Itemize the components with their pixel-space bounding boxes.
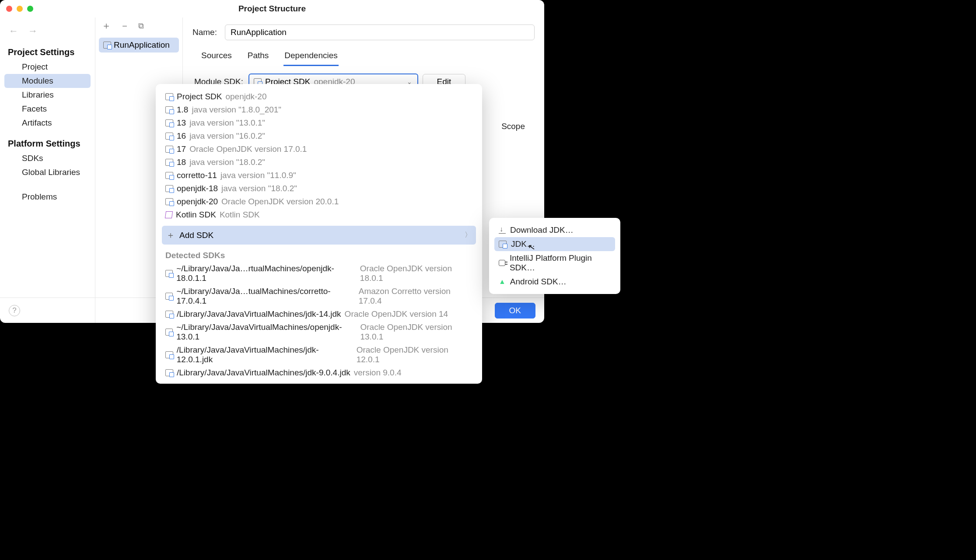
detected-sdk-path: ~/Library/Java/Ja…tualMachines/corretto-… <box>176 287 355 306</box>
ok-button[interactable]: OK <box>495 303 535 318</box>
sdk-option-detail: java version "16.0.2" <box>189 131 265 141</box>
chevron-right-icon: 〉 <box>465 231 472 240</box>
nav-arrows: ← → <box>4 25 91 44</box>
detected-sdk-option[interactable]: /Library/Java/JavaVirtualMachines/jdk-12… <box>156 343 482 366</box>
sdk-option-name: 16 <box>177 131 186 141</box>
module-name-input[interactable] <box>225 24 535 40</box>
jdk-icon <box>165 185 173 192</box>
sdk-option-name: 13 <box>177 118 186 128</box>
detected-sdk-path: /Library/Java/JavaVirtualMachines/jdk-12… <box>177 345 353 364</box>
module-list-item[interactable]: RunApplication <box>99 38 179 52</box>
submenu-item[interactable]: IntelliJ Platform Plugin SDK… <box>494 251 615 275</box>
sdk-option-name: corretto-11 <box>177 171 217 180</box>
remove-module-button[interactable]: － <box>120 21 129 31</box>
minimize-window-button[interactable] <box>17 6 23 12</box>
sdk-option-name: Project SDK <box>177 92 222 102</box>
sdk-option[interactable]: Project SDK openjdk-20 <box>156 90 482 103</box>
sdk-option-detail: java version "11.0.9" <box>220 171 296 180</box>
module-name: RunApplication <box>114 40 170 50</box>
jdk-icon <box>165 270 173 277</box>
sdk-option-detail: Oracle OpenJDK version 17.0.1 <box>189 144 307 154</box>
sdk-option-detail: Oracle OpenJDK version 20.0.1 <box>221 197 339 206</box>
sdk-option-detail: java version "18.0.2" <box>221 184 297 193</box>
sdk-dropdown-popup: Project SDK openjdk-201.8 java version "… <box>156 84 482 384</box>
add-sdk-submenu: Download JDK…JDK…IntelliJ Platform Plugi… <box>489 218 620 294</box>
tab-dependencies[interactable]: Dependencies <box>283 48 338 66</box>
submenu-item-label: JDK… <box>511 239 535 249</box>
sdk-option[interactable]: corretto-11 java version "11.0.9" <box>156 169 482 182</box>
submenu-item-label: Download JDK… <box>510 225 574 235</box>
jdk-icon <box>165 106 173 113</box>
jdk-icon <box>165 159 173 166</box>
close-window-button[interactable] <box>6 6 12 12</box>
sdk-option[interactable]: openjdk-20 Oracle OpenJDK version 20.0.1 <box>156 195 482 208</box>
detected-sdk-path: ~/Library/Java/Ja…rtualMachines/openjdk-… <box>176 264 357 283</box>
sdk-option[interactable]: 18 java version "18.0.2" <box>156 156 482 169</box>
detected-sdk-detail: Amazon Corretto version 17.0.4 <box>359 287 472 306</box>
sdk-option[interactable]: 1.8 java version "1.8.0_201" <box>156 103 482 116</box>
submenu-item-label: Android SDK… <box>510 277 567 287</box>
tab-paths[interactable]: Paths <box>247 48 270 66</box>
submenu-item[interactable]: Download JDK… <box>494 223 615 237</box>
sdk-option-name: 18 <box>177 158 186 167</box>
sidebar-item-project[interactable]: Project <box>4 60 91 74</box>
detected-sdk-detail: Oracle OpenJDK version 13.0.1 <box>360 322 472 342</box>
sdk-option[interactable]: 16 java version "16.0.2" <box>156 130 482 143</box>
sdk-option[interactable]: 13 java version "13.0.1" <box>156 116 482 130</box>
copy-module-button[interactable]: ⧉ <box>138 22 144 30</box>
submenu-item[interactable]: ▲Android SDK… <box>494 275 615 289</box>
settings-sidebar: ← → Project Settings Project Modules Lib… <box>0 18 95 323</box>
sidebar-item-facets[interactable]: Facets <box>4 102 91 116</box>
detected-sdk-option[interactable]: ~/Library/Java/Ja…tualMachines/corretto-… <box>156 285 482 308</box>
sidebar-item-problems[interactable]: Problems <box>4 190 91 204</box>
sdk-option-detail: java version "1.8.0_201" <box>192 105 281 115</box>
plugin-icon <box>499 260 505 266</box>
module-tabs: Sources Paths Dependencies <box>200 48 535 66</box>
jdk-icon <box>165 146 173 153</box>
nav-back-button[interactable]: ← <box>9 25 18 37</box>
window-title: Project Structure <box>238 4 306 14</box>
sdk-option-detail: java version "13.0.1" <box>189 118 265 128</box>
jdk-icon <box>165 133 173 140</box>
detected-sdk-option[interactable]: /Library/Java/JavaVirtualMachines/jdk-14… <box>156 308 482 321</box>
detected-sdk-detail: Oracle OpenJDK version 12.0.1 <box>357 345 472 364</box>
tab-sources[interactable]: Sources <box>200 48 233 66</box>
detected-sdk-detail: version 9.0.4 <box>354 368 402 378</box>
sdk-option-detail: Kotlin SDK <box>220 210 260 220</box>
sidebar-item-artifacts[interactable]: Artifacts <box>4 116 91 130</box>
nav-forward-button[interactable]: → <box>28 25 38 37</box>
sdk-option[interactable]: openjdk-18 java version "18.0.2" <box>156 182 482 195</box>
sidebar-item-sdks[interactable]: SDKs <box>4 151 91 165</box>
detected-sdk-path: /Library/Java/JavaVirtualMachines/jdk-9.… <box>177 368 350 378</box>
sdk-option-name: 1.8 <box>177 105 188 115</box>
sdk-option-detail: openjdk-20 <box>225 92 266 102</box>
help-button[interactable]: ? <box>9 305 20 316</box>
detected-sdk-detail: Oracle OpenJDK version 14 <box>345 309 448 319</box>
jdk-icon <box>499 241 507 248</box>
detected-sdk-option[interactable]: /Library/Java/JavaVirtualMachines/jdk-9.… <box>156 366 482 379</box>
jdk-icon <box>165 172 173 179</box>
add-sdk-item[interactable]: ＋ Add SDK 〉 <box>162 226 476 245</box>
detected-sdk-path: /Library/Java/JavaVirtualMachines/jdk-14… <box>177 309 341 319</box>
sidebar-item-modules[interactable]: Modules <box>4 74 91 88</box>
jdk-icon <box>165 369 173 376</box>
jdk-icon <box>165 119 173 126</box>
sdk-option-name: Kotlin SDK <box>176 210 216 220</box>
detected-sdk-option[interactable]: ~/Library/Java/JavaVirtualMachines/openj… <box>156 321 482 343</box>
sdk-option[interactable]: 17 Oracle OpenJDK version 17.0.1 <box>156 143 482 156</box>
submenu-item-label: IntelliJ Platform Plugin SDK… <box>510 253 611 273</box>
sidebar-item-libraries[interactable]: Libraries <box>4 88 91 102</box>
detected-sdk-option[interactable]: ~/Library/Java/Ja…rtualMachines/openjdk-… <box>156 262 482 285</box>
sidebar-item-global-libraries[interactable]: Global Libraries <box>4 165 91 179</box>
add-module-button[interactable]: ＋ <box>101 21 111 31</box>
detected-sdk-path: ~/Library/Java/JavaVirtualMachines/openj… <box>176 322 357 342</box>
titlebar: Project Structure <box>0 0 544 18</box>
module-icon <box>103 42 111 49</box>
submenu-item[interactable]: JDK… <box>494 237 615 251</box>
zoom-window-button[interactable] <box>27 6 33 12</box>
jdk-icon <box>165 293 173 300</box>
sdk-option[interactable]: Kotlin SDK Kotlin SDK <box>156 208 482 221</box>
download-icon <box>499 227 506 234</box>
traffic-lights <box>6 6 33 12</box>
jdk-icon <box>165 351 173 358</box>
